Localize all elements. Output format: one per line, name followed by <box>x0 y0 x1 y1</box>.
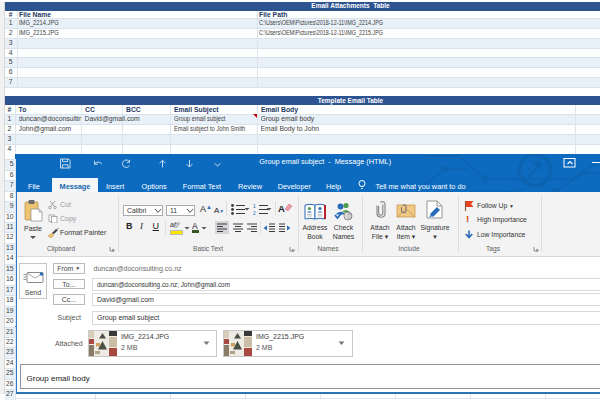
svg-text:1: 1 <box>253 203 256 209</box>
svg-text:@: @ <box>346 212 353 219</box>
svg-text:2: 2 <box>253 210 256 215</box>
